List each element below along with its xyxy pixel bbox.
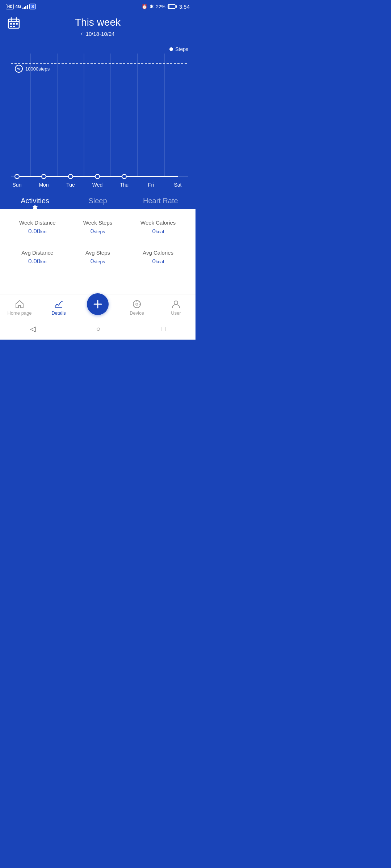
svg-rect-5 — [13, 23, 15, 25]
svg-text:Sun: Sun — [13, 182, 22, 188]
status-left: HD 4G S — [6, 4, 36, 9]
svg-text:Thu: Thu — [120, 182, 129, 188]
avg-calories-label: Avg Calories — [128, 250, 188, 256]
tab-heart-rate[interactable]: Heart Rate — [129, 191, 192, 209]
page-title: This week — [75, 17, 121, 28]
svg-point-38 — [136, 303, 138, 305]
week-steps-label: Week Steps — [68, 220, 128, 226]
avg-steps-stat: Avg Steps 0steps — [68, 250, 128, 265]
avg-steps-label: Avg Steps — [68, 250, 128, 256]
nav-user[interactable]: User — [156, 299, 196, 316]
tab-activities[interactable]: Activities — [4, 191, 66, 209]
nav-details-label: Details — [51, 310, 66, 316]
avg-distance-stat: Avg Distance 0.00km — [7, 250, 68, 265]
legend-dot — [169, 47, 173, 51]
week-stats-row: Week Distance 0.00km Week Steps 0steps W… — [7, 220, 188, 235]
nav-device[interactable]: Device — [117, 299, 156, 316]
hd-badge: HD — [6, 4, 14, 9]
avg-calories-stat: Avg Calories 0kcal — [128, 250, 188, 265]
signal-bars — [22, 4, 28, 9]
status-bar: HD 4G S ⏰ ✱ 22% 3:54 — [0, 0, 196, 13]
svg-rect-6 — [16, 23, 18, 25]
avg-steps-value: 0steps — [68, 258, 128, 265]
svg-point-22 — [122, 174, 126, 179]
chart-svg: Sun Mon Tue Wed Thu Fri Sat — [4, 54, 192, 191]
chevron-left-icon[interactable]: ‹ — [81, 30, 83, 37]
avg-distance-value: 0.00km — [7, 258, 68, 265]
svg-text:Mon: Mon — [39, 182, 49, 188]
nav-details[interactable]: Details — [39, 299, 78, 316]
sys-home-button[interactable]: ○ — [96, 325, 100, 333]
week-calories-value: 0kcal — [128, 228, 188, 235]
svg-text:Wed: Wed — [92, 182, 103, 188]
sys-back-button[interactable]: ◁ — [30, 324, 35, 333]
plus-icon — [92, 299, 103, 310]
sys-recent-button[interactable]: □ — [161, 325, 165, 333]
week-steps-stat: Week Steps 0steps — [68, 220, 128, 235]
svg-point-19 — [42, 174, 46, 179]
svg-text:Tue: Tue — [66, 182, 75, 188]
nav-user-label: User — [171, 310, 181, 316]
system-nav: ◁ ○ □ — [0, 319, 196, 340]
nav-home-label: Home page — [7, 310, 31, 316]
svg-point-21 — [95, 174, 100, 179]
week-distance-value: 0.00km — [7, 228, 68, 235]
chart-container: Sun Mon Tue Wed Thu Fri Sat — [4, 54, 192, 191]
svg-rect-4 — [10, 23, 12, 25]
nav-device-label: Device — [130, 310, 144, 316]
user-icon — [171, 299, 181, 309]
svg-rect-7 — [10, 26, 12, 27]
tab-sleep[interactable]: Sleep — [66, 191, 129, 209]
week-calories-stat: Week Calories 0kcal — [128, 220, 188, 235]
battery-icon — [168, 4, 177, 9]
nav-home[interactable]: Home page — [0, 299, 39, 316]
date-range: 10/18-10/24 — [86, 31, 115, 37]
svg-rect-8 — [13, 26, 15, 27]
svg-text:Fri: Fri — [148, 182, 154, 188]
avg-stats-row: Avg Distance 0.00km Avg Steps 0steps Avg… — [7, 250, 188, 265]
tabs: Activities Sleep Heart Rate — [0, 191, 196, 209]
avg-distance-label: Avg Distance — [7, 250, 68, 256]
svg-point-20 — [68, 174, 73, 179]
week-calories-label: Week Calories — [128, 220, 188, 226]
battery-pct: 22% — [156, 4, 165, 9]
svg-point-39 — [174, 301, 178, 305]
time: 3:54 — [179, 4, 190, 10]
carrier-label: 4G — [15, 4, 21, 9]
chart-legend: Steps — [4, 46, 192, 54]
add-button[interactable] — [87, 293, 109, 315]
device-icon — [132, 299, 142, 309]
week-steps-value: 0steps — [68, 228, 128, 235]
s-badge: S — [29, 4, 35, 9]
details-icon — [54, 299, 63, 309]
nav-add[interactable] — [78, 301, 117, 315]
svg-text:Sat: Sat — [174, 182, 181, 188]
week-distance-stat: Week Distance 0.00km — [7, 220, 68, 235]
legend-label: Steps — [175, 46, 188, 52]
alarm-icon: ⏰ — [142, 4, 147, 9]
svg-point-18 — [15, 174, 19, 179]
home-icon — [15, 299, 24, 309]
avg-calories-value: 0kcal — [128, 258, 188, 265]
bottom-nav: Home page Details Device — [0, 294, 196, 319]
status-right: ⏰ ✱ 22% 3:54 — [142, 4, 190, 10]
date-nav: ‹ 10/18-10/24 — [81, 30, 114, 37]
week-distance-label: Week Distance — [7, 220, 68, 226]
header: This week ‹ 10/18-10/24 — [0, 13, 196, 43]
stats-section: Week Distance 0.00km Week Steps 0steps W… — [0, 209, 196, 287]
calendar-icon[interactable] — [7, 17, 20, 32]
chart-area: Steps 10000steps — [0, 43, 196, 191]
bluetooth-icon: ✱ — [150, 4, 154, 9]
